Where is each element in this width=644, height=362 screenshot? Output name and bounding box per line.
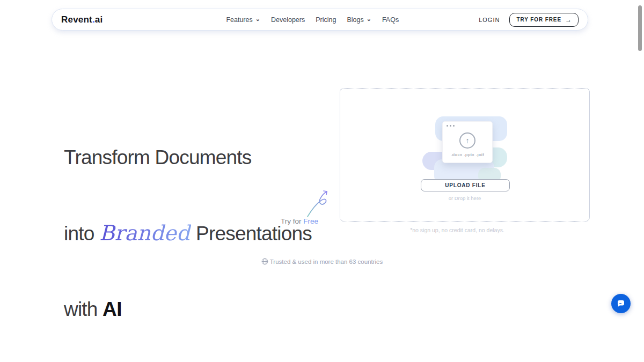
login-link[interactable]: LOGIN — [479, 17, 500, 23]
supported-file-types: .docx .pptx .pdf — [451, 152, 484, 157]
file-window-card: ↑ .docx .pptx .pdf — [442, 121, 493, 163]
globe-icon — [261, 258, 268, 265]
chevron-down-icon: ⌄ — [255, 16, 260, 22]
arrow-right-icon: → — [565, 16, 572, 23]
scrollbar-thumb[interactable] — [638, 5, 642, 51]
logo-suffix: ai — [95, 14, 103, 25]
upload-illustration: ↑ .docx .pptx .pdf — [422, 114, 508, 187]
trust-line: Trusted & used in more than 63 countries — [0, 258, 644, 265]
try-for-free-button[interactable]: TRY FOR FREE → — [509, 13, 579, 27]
branded-accent-text: Branded — [99, 221, 191, 245]
trust-text: Trusted & used in more than 63 countries — [270, 258, 383, 265]
upload-file-button[interactable]: UPLOAD FILE — [421, 179, 510, 191]
nav-item-label: Features — [226, 16, 252, 24]
free-accent-text: Free — [303, 217, 318, 225]
ai-accent-text: AI — [103, 298, 122, 320]
nav-item-label: Blogs — [347, 16, 363, 24]
cta-label: TRY FOR FREE — [516, 17, 561, 23]
nav-item-developers[interactable]: Developers — [271, 16, 305, 24]
nav-item-pricing[interactable]: Pricing — [316, 16, 336, 24]
chevron-down-icon: ⌄ — [367, 16, 371, 22]
window-dots-icon — [447, 125, 455, 127]
logo-text: Revent — [61, 14, 92, 25]
try-for-free-callout: Try for Free — [268, 188, 338, 228]
navbar: Revent.ai Features ⌄ Developers Pricing … — [52, 9, 588, 31]
nav-links: Features ⌄ Developers Pricing Blogs ⌄ FA… — [226, 16, 399, 24]
navbar-right: LOGIN TRY FOR FREE → — [479, 13, 579, 27]
heading-line-3: with AI — [64, 297, 311, 322]
nav-item-label: Developers — [271, 16, 305, 24]
nav-item-label: Pricing — [316, 16, 336, 24]
nav-item-label: FAQs — [382, 16, 399, 24]
nav-item-features[interactable]: Features ⌄ — [226, 16, 260, 24]
nav-item-blogs[interactable]: Blogs ⌄ — [347, 16, 371, 24]
drop-hint-text: or Drop it here — [340, 195, 589, 201]
chat-widget-button[interactable] — [611, 294, 631, 313]
heading-line-1: Transform Documents — [64, 145, 311, 170]
hero-heading: Transform Documents into Branded Present… — [64, 94, 311, 362]
upload-arrow-icon: ↑ — [459, 132, 475, 149]
hero-section: Transform Documents into Branded Present… — [64, 94, 311, 362]
try-for-free-text[interactable]: Try for Free — [281, 217, 318, 225]
logo[interactable]: Revent.ai — [61, 14, 103, 25]
nav-item-faqs[interactable]: FAQs — [382, 16, 399, 24]
no-signup-footnote: *no sign up, no credit card, no delays. — [332, 227, 582, 233]
curved-arrow-doodle-icon — [303, 189, 330, 218]
scrollbar[interactable] — [638, 0, 644, 362]
upload-dropzone[interactable]: ↑ .docx .pptx .pdf UPLOAD FILE or Drop i… — [340, 88, 590, 221]
chat-bubble-icon — [616, 299, 626, 308]
